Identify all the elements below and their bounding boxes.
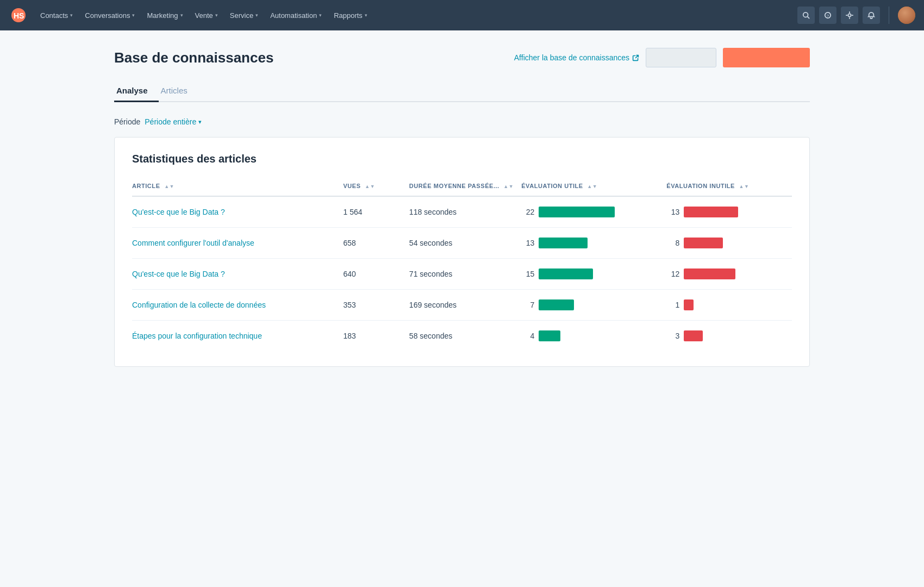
tabs: Analyse Articles bbox=[114, 80, 810, 102]
stats-card-title: Statistiques des articles bbox=[132, 153, 792, 165]
cell-notuseful: 1 bbox=[666, 290, 792, 321]
chevron-down-icon: ▾ bbox=[255, 13, 258, 18]
settings-icon-btn[interactable] bbox=[841, 7, 858, 24]
sort-icon: ▲▼ bbox=[503, 184, 514, 189]
cell-views: 183 bbox=[343, 321, 409, 352]
useful-count: 22 bbox=[521, 208, 534, 216]
useful-bar-wrap bbox=[539, 330, 660, 341]
table-row: Qu'est-ce que le Big Data ?64071 seconde… bbox=[132, 259, 792, 290]
nav-automatisation[interactable]: Automatisation ▾ bbox=[265, 8, 327, 23]
page-header-actions: Afficher la base de connaissances bbox=[514, 48, 810, 67]
nav-vente[interactable]: Vente ▾ bbox=[190, 8, 223, 23]
hubspot-logo[interactable]: HS bbox=[9, 5, 28, 25]
useful-bar-wrap bbox=[539, 207, 660, 217]
useful-bar-wrap bbox=[539, 238, 660, 248]
notuseful-bar-wrap bbox=[684, 330, 785, 341]
nav-contacts[interactable]: Contacts ▾ bbox=[35, 8, 78, 23]
help-icon-btn[interactable]: ? bbox=[819, 7, 836, 24]
search-icon-btn[interactable] bbox=[797, 7, 815, 24]
period-selector[interactable]: Période entière ▾ bbox=[145, 117, 202, 126]
stats-card: Statistiques des articles ARTICLE ▲▼ VUE… bbox=[114, 137, 810, 367]
table-row: Comment configurer l'outil d'analyse6585… bbox=[132, 228, 792, 259]
cell-useful: 4 bbox=[521, 321, 666, 352]
article-link[interactable]: Configuration de la collecte de données bbox=[132, 301, 266, 309]
page-container: Base de connaissances Afficher la base d… bbox=[92, 30, 832, 384]
tab-articles[interactable]: Articles bbox=[159, 80, 198, 102]
useful-bar bbox=[539, 238, 588, 248]
notuseful-count: 1 bbox=[666, 301, 679, 309]
chevron-down-icon: ▾ bbox=[319, 13, 322, 18]
nav-marketing[interactable]: Marketing ▾ bbox=[141, 8, 188, 23]
chevron-down-icon: ▾ bbox=[132, 13, 135, 18]
notuseful-bar bbox=[684, 207, 738, 217]
primary-button[interactable] bbox=[723, 48, 810, 67]
cell-useful: 7 bbox=[521, 290, 666, 321]
chevron-down-icon: ▾ bbox=[198, 118, 202, 126]
notuseful-bar bbox=[684, 268, 735, 279]
col-header-useful[interactable]: ÉVALUATION UTILE ▲▼ bbox=[521, 178, 666, 196]
external-link[interactable]: Afficher la base de connaissances bbox=[514, 53, 639, 62]
cell-views: 1 564 bbox=[343, 196, 409, 228]
useful-bar bbox=[539, 299, 574, 310]
page-header: Base de connaissances Afficher la base d… bbox=[114, 48, 810, 67]
article-link[interactable]: Comment configurer l'outil d'analyse bbox=[132, 239, 254, 247]
nav-conversations[interactable]: Conversations ▾ bbox=[79, 8, 140, 23]
useful-bar bbox=[539, 268, 593, 279]
cell-notuseful: 8 bbox=[666, 228, 792, 259]
useful-bar bbox=[539, 330, 560, 341]
table-row: Configuration de la collecte de données3… bbox=[132, 290, 792, 321]
notuseful-bar-wrap bbox=[684, 268, 785, 279]
cell-views: 658 bbox=[343, 228, 409, 259]
useful-count: 15 bbox=[521, 270, 534, 278]
sort-icon: ▲▼ bbox=[365, 184, 375, 189]
tab-analyse[interactable]: Analyse bbox=[114, 80, 159, 102]
nav-divider bbox=[889, 7, 889, 24]
table-body: Qu'est-ce que le Big Data ?1 564118 seco… bbox=[132, 196, 792, 351]
notuseful-count: 13 bbox=[666, 208, 679, 216]
table-row: Étapes pour la configuration technique18… bbox=[132, 321, 792, 352]
avatar[interactable] bbox=[898, 7, 915, 24]
cell-article: Qu'est-ce que le Big Data ? bbox=[132, 196, 343, 228]
svg-text:HS: HS bbox=[14, 11, 24, 20]
chevron-down-icon: ▾ bbox=[365, 13, 367, 18]
table-row: Qu'est-ce que le Big Data ?1 564118 seco… bbox=[132, 196, 792, 228]
secondary-button[interactable] bbox=[646, 48, 716, 67]
col-header-article[interactable]: ARTICLE ▲▼ bbox=[132, 178, 343, 196]
col-header-views[interactable]: VUES ▲▼ bbox=[343, 178, 409, 196]
cell-notuseful: 12 bbox=[666, 259, 792, 290]
sort-icon: ▲▼ bbox=[739, 184, 750, 189]
chevron-down-icon: ▾ bbox=[70, 13, 73, 18]
period-label: Période bbox=[114, 117, 140, 126]
cell-article: Comment configurer l'outil d'analyse bbox=[132, 228, 343, 259]
cell-notuseful: 3 bbox=[666, 321, 792, 352]
cell-duration: 118 secondes bbox=[409, 196, 521, 228]
nav-items: Contacts ▾ Conversations ▾ Marketing ▾ V… bbox=[35, 8, 797, 23]
svg-line-3 bbox=[808, 17, 810, 19]
avatar-image bbox=[898, 7, 915, 24]
navbar-right: ? bbox=[797, 7, 915, 24]
notifications-icon-btn[interactable] bbox=[863, 7, 880, 24]
svg-point-2 bbox=[803, 13, 808, 17]
cell-useful: 13 bbox=[521, 228, 666, 259]
notuseful-bar-wrap bbox=[684, 207, 785, 217]
col-header-duration[interactable]: DURÉE MOYENNE PASSÉE... ▲▼ bbox=[409, 178, 521, 196]
col-header-notuseful[interactable]: ÉVALUATION INUTILE ▲▼ bbox=[666, 178, 792, 196]
cell-duration: 58 secondes bbox=[409, 321, 521, 352]
external-link-icon bbox=[632, 54, 639, 61]
cell-duration: 54 secondes bbox=[409, 228, 521, 259]
useful-count: 4 bbox=[521, 332, 534, 340]
cell-article: Étapes pour la configuration technique bbox=[132, 321, 343, 352]
useful-bar-wrap bbox=[539, 268, 660, 279]
chevron-down-icon: ▾ bbox=[180, 13, 183, 18]
cell-duration: 169 secondes bbox=[409, 290, 521, 321]
article-link[interactable]: Qu'est-ce que le Big Data ? bbox=[132, 208, 225, 216]
cell-notuseful: 13 bbox=[666, 196, 792, 228]
nav-service[interactable]: Service ▾ bbox=[224, 8, 264, 23]
cell-duration: 71 secondes bbox=[409, 259, 521, 290]
article-link[interactable]: Qu'est-ce que le Big Data ? bbox=[132, 270, 225, 278]
table-header: ARTICLE ▲▼ VUES ▲▼ DURÉE MOYENNE PASSÉE.… bbox=[132, 178, 792, 196]
article-link[interactable]: Étapes pour la configuration technique bbox=[132, 332, 262, 340]
notuseful-count: 12 bbox=[666, 270, 679, 278]
nav-rapports[interactable]: Rapports ▾ bbox=[328, 8, 373, 23]
svg-point-6 bbox=[848, 14, 851, 16]
